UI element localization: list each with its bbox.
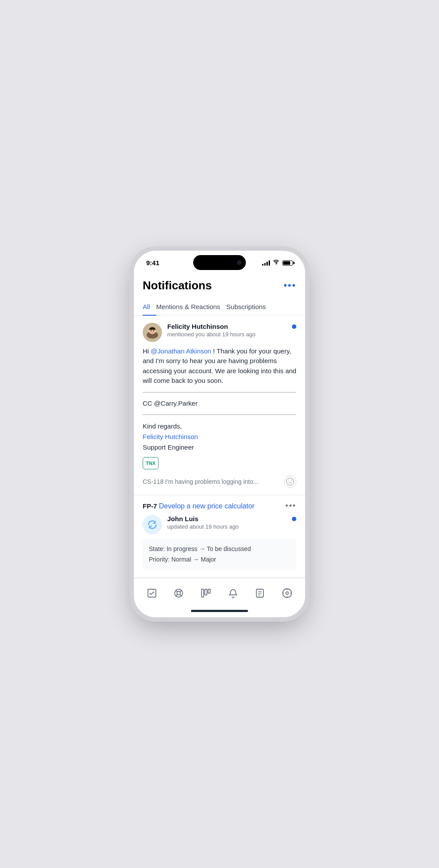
notif-1-time: mentioned you about 19 hours ago <box>167 331 287 338</box>
tabs-bar: All Mentions & Reactions Subscriptions <box>134 299 305 316</box>
priority-from: Normal <box>171 556 191 563</box>
notif-2-info: John Luis updated about 19 hours ago <box>167 515 287 530</box>
signature-block: Kind regards, Felicity Hutchinson Suppor… <box>143 421 296 453</box>
bar2 <box>264 263 266 266</box>
notif-2-author: John Luis <box>167 515 287 522</box>
status-icons <box>262 259 293 266</box>
battery-fill <box>283 261 290 265</box>
avatar-refresh <box>143 515 162 534</box>
unread-dot-2 <box>292 517 296 521</box>
bar3 <box>266 262 268 266</box>
change-state-row: State: In progress → To be discussed <box>149 544 290 555</box>
notif-2-time: updated about 19 hours ago <box>167 523 287 530</box>
nav-board[interactable] <box>197 584 215 602</box>
svg-point-8 <box>291 481 292 482</box>
emoji-reaction-button[interactable] <box>284 475 296 488</box>
tnx-badge: TNX <box>143 457 158 469</box>
notif-divider-2 <box>143 414 296 415</box>
home-indicator <box>134 606 305 617</box>
priority-to: Major <box>201 556 216 563</box>
page-header: Notifications ••• <box>134 270 305 299</box>
notif-1-cc: CC @Carry.Parker <box>143 399 296 409</box>
bar4 <box>269 260 270 266</box>
unread-dot-1 <box>292 324 296 329</box>
sig-name[interactable]: Felicity Hutchinson <box>143 432 296 442</box>
priority-arrow: → <box>193 556 201 563</box>
more-options-button[interactable]: ••• <box>284 280 296 291</box>
home-bar <box>191 610 248 612</box>
tab-all[interactable]: All <box>143 299 156 316</box>
svg-point-7 <box>289 481 290 482</box>
svg-rect-18 <box>208 589 210 593</box>
notif-2-header: John Luis updated about 19 hours ago <box>143 515 296 534</box>
nav-settings[interactable] <box>278 584 296 602</box>
change-box: State: In progress → To be discussed Pri… <box>143 539 296 570</box>
notifications-list: Felicity Hutchinson mentioned you about … <box>134 316 305 578</box>
notification-item-2[interactable]: John Luis updated about 19 hours ago Sta… <box>134 515 305 578</box>
nav-tasks[interactable] <box>143 584 161 602</box>
bottom-navigation <box>134 578 305 606</box>
tab-subscriptions[interactable]: Subscriptions <box>227 299 272 316</box>
notif-1-preview: CS-118 I'm having problems logging into.… <box>143 478 258 485</box>
svg-point-11 <box>177 591 180 595</box>
svg-point-6 <box>287 478 294 486</box>
svg-rect-16 <box>202 589 204 597</box>
svg-point-23 <box>286 592 288 594</box>
svg-rect-9 <box>148 589 156 597</box>
page-content: Notifications ••• All Mentions & Reactio… <box>134 270 305 617</box>
battery-icon <box>282 260 293 266</box>
notif-1-header: Felicity Hutchinson mentioned you about … <box>143 323 296 342</box>
notif-1-info: Felicity Hutchinson mentioned you about … <box>167 323 287 338</box>
nav-notes[interactable] <box>251 584 269 602</box>
status-time: 9:41 <box>146 259 159 267</box>
notif-divider <box>143 392 296 393</box>
change-priority-row: Priority: Normal → Major <box>149 555 290 565</box>
mention-link[interactable]: @Jonathan Atkinson <box>151 347 211 355</box>
signal-bars-icon <box>262 260 270 266</box>
body-prefix: Hi <box>143 347 151 355</box>
state-label: State: <box>149 545 165 552</box>
notif-1-footer: CS-118 I'm having problems logging into.… <box>143 475 296 488</box>
bar1 <box>262 264 263 266</box>
kind-regards: Kind regards, <box>143 421 296 432</box>
svg-rect-17 <box>205 589 207 595</box>
issue-header-2: FP-7 Develop a new price calculator ••• <box>134 495 305 515</box>
nav-help[interactable] <box>170 584 187 602</box>
avatar-felicity <box>143 323 162 342</box>
priority-label: Priority: <box>149 556 169 563</box>
state-arrow: → <box>199 545 207 552</box>
issue-id-row: FP-7 Develop a new price calculator <box>143 502 255 510</box>
issue-more-button[interactable]: ••• <box>285 501 296 511</box>
state-to: To be discussed <box>207 545 251 552</box>
camera-dot <box>237 260 241 265</box>
issue-id: FP-7 <box>143 502 157 510</box>
svg-point-4 <box>151 330 152 331</box>
svg-point-0 <box>276 264 277 265</box>
sig-role: Support Engineer <box>143 442 296 453</box>
phone-frame: 9:41 <box>134 251 305 617</box>
tnx-text: TNX <box>146 461 155 466</box>
issue-title-link[interactable]: Develop a new price calculator <box>159 502 255 510</box>
notification-item-1[interactable]: Felicity Hutchinson mentioned you about … <box>134 316 305 496</box>
notif-1-author: Felicity Hutchinson <box>167 323 287 330</box>
svg-point-5 <box>153 330 155 331</box>
page-title: Notifications <box>143 279 212 292</box>
dynamic-island <box>193 255 246 270</box>
tab-mentions[interactable]: Mentions & Reactions <box>156 299 227 316</box>
nav-notifications[interactable] <box>224 584 242 602</box>
notif-1-body: Hi @Jonathan Atkinson ! Thank you for yo… <box>143 346 296 386</box>
wifi-icon <box>273 259 280 266</box>
state-from: In progress <box>166 545 197 552</box>
